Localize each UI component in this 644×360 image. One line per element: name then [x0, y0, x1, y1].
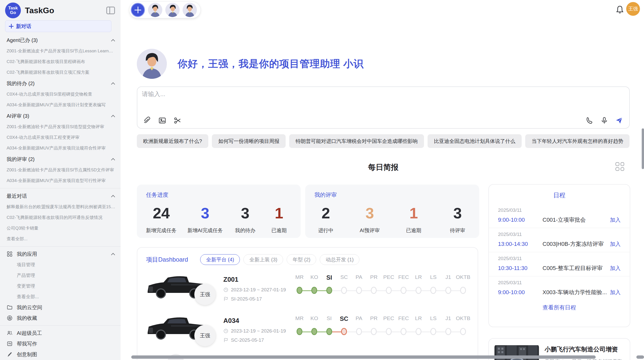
horizontal-scrollbar[interactable]: [131, 355, 596, 359]
card-title: 任务进度: [146, 191, 290, 199]
stat-label: 待评审: [446, 227, 469, 234]
user-avatar[interactable]: 王强: [626, 2, 640, 16]
phone-call-icon[interactable]: [586, 116, 594, 125]
notification-bell-icon[interactable]: [616, 5, 624, 14]
suggestion-chip[interactable]: 当下年轻人对汽车外观有怎样的喜好趋势: [525, 134, 630, 148]
sidebar-collapse-icon[interactable]: [106, 7, 115, 14]
scissors-icon[interactable]: [173, 116, 182, 125]
filter-chip[interactable]: 动总开发 (1): [320, 254, 359, 265]
task-item[interactable]: Z001-全新燃油皮卡产品开发项目SI节点Lesson Learn报告: [0, 46, 121, 56]
suggestion-chip[interactable]: 欧洲新规最近颁布了什么?: [137, 134, 208, 148]
suggestion-chip[interactable]: 比亚迪全固态电池计划具体说了什么: [428, 134, 522, 148]
task-item[interactable]: Z001-全新燃油轻卡产品开发项目SI节点属性5D文件评审: [0, 165, 121, 175]
add-agent-button[interactable]: [131, 3, 145, 17]
agent-avatar-2[interactable]: [165, 3, 180, 17]
chevron-up-icon[interactable]: [111, 195, 115, 199]
milestone-label: J1: [441, 274, 456, 281]
app-link-change-mgmt[interactable]: 变更管理: [0, 281, 121, 291]
recent-chat-item[interactable]: 公司Q3轻卡销量: [0, 223, 121, 234]
star-badge-icon: [7, 315, 13, 321]
folder-icon: [7, 304, 13, 310]
briefing-stats: 任务进度 24 新增完成任务 3 新增AI完成任务 3 我的待办 1 已逾期 我…: [137, 185, 479, 238]
filter-chip[interactable]: 年型 (2): [287, 254, 316, 265]
app-link-project-mgmt[interactable]: 项目管理: [0, 259, 121, 270]
image-icon[interactable]: [158, 116, 166, 125]
filter-chip[interactable]: 全新平台 (4): [200, 254, 240, 265]
event-time: 9:00-10:00: [498, 289, 543, 296]
project-row-z001[interactable]: 王强 Z001 2023-12-19 ~ 2027-01-19 SI-2025-…: [137, 267, 478, 309]
task-item[interactable]: C0X4-动力总成开发项目工程变更评审: [0, 132, 121, 143]
app-link-product-mgmt[interactable]: 产品管理: [0, 270, 121, 281]
join-button[interactable]: 加入: [610, 216, 621, 223]
task-item[interactable]: A034-全新新能源MUV产品开发项目计划变更表编写: [0, 100, 121, 110]
vertical-scrollbar[interactable]: [642, 128, 644, 169]
section-label: 最近对话: [7, 193, 27, 200]
agent-avatar-1[interactable]: [148, 3, 162, 17]
dashboard-title: 项目Dashboard: [146, 256, 188, 264]
join-button[interactable]: 加入: [610, 289, 621, 296]
view-all-apps-link[interactable]: 查看全部...: [0, 291, 121, 302]
sidebar-item-my-apps[interactable]: 我的应用: [0, 249, 121, 259]
view-all-schedule-link[interactable]: 查看所有日程: [489, 300, 630, 311]
schedule-title: 日程: [489, 185, 630, 199]
divider: [0, 188, 121, 188]
recent-chat-item[interactable]: C02-飞腾新能源轻客改款项目的闭环通告反馈情况: [0, 212, 121, 223]
sidebar-item-help-write[interactable]: 帮我写作: [0, 338, 121, 349]
section-my-todo[interactable]: 我的待办 (2): [0, 78, 121, 89]
chat-input[interactable]: [142, 90, 620, 113]
task-item[interactable]: C0X4-动力总成开发项目SI里程碑提交物检查: [0, 89, 121, 100]
sidebar-item-ai-employee[interactable]: AI超级员工: [0, 328, 121, 338]
view-all-chats-link[interactable]: 查看全部...: [0, 234, 121, 244]
stat-value: 3: [358, 204, 381, 222]
section-my-review[interactable]: 我的评审 (2): [0, 154, 121, 165]
milestone-timeline: MR KO SI SC PA PR PEC FEC LR LS J1 OKTB: [292, 272, 471, 305]
event-date: 2025/03/11: [498, 256, 621, 261]
chevron-up-icon[interactable]: [111, 158, 115, 162]
attachment-icon[interactable]: [143, 116, 151, 125]
filter-chip[interactable]: 全新上装 (3): [243, 254, 283, 265]
new-chat-button[interactable]: 新对话: [5, 20, 111, 32]
project-row-a034[interactable]: 王强 A034 2023-12-19 ~ 2026-01-19 SC-2025-…: [137, 309, 478, 350]
task-item[interactable]: Z001-全新燃油轻卡产品开发项目SI造型提交物评审: [0, 122, 121, 132]
section-agent-done[interactable]: Agent已办 (3): [0, 35, 121, 46]
chevron-up-icon[interactable]: [111, 115, 115, 119]
stat-label: 我的待办: [234, 227, 257, 234]
milestone-label-current: SC: [337, 315, 352, 322]
sidebar: Task Go TaskGo 新对话 Agent已办 (3) Z001-全新燃油…: [0, 0, 121, 360]
section-label: AI评审 (3): [7, 113, 29, 119]
chevron-up-icon[interactable]: [111, 253, 115, 257]
microphone-icon[interactable]: [600, 116, 608, 125]
suggestion-chip[interactable]: 特朗普可能对进口汽车增税会对中国车企造成哪些影响: [289, 134, 424, 148]
section-ai-review[interactable]: AI评审 (3): [0, 110, 121, 122]
task-item[interactable]: A034-全新新能源MUV产品开发项目法规符合性评审: [0, 143, 121, 154]
section-label: 我的评审 (2): [7, 156, 35, 163]
join-button[interactable]: 加入: [610, 265, 621, 272]
sidebar-item-favorites[interactable]: 我的收藏: [0, 313, 121, 323]
agent-avatar-3[interactable]: [183, 3, 197, 17]
sidebar-item-cloud-space[interactable]: 我的云空间: [0, 302, 121, 313]
suggestion-chip[interactable]: 如何写一份清晰的项目周报: [212, 134, 286, 148]
help-write-label: 帮我写作: [17, 340, 37, 347]
join-button[interactable]: 加入: [610, 241, 621, 248]
sidebar-item-creative-draw[interactable]: 创意制图: [0, 349, 121, 360]
clock-icon: [223, 328, 228, 334]
recent-chat-item[interactable]: 解释最新出台的欧盟报废车法规再生塑料比例被调至15%...: [0, 202, 121, 212]
task-item[interactable]: C02-飞腾新能源轻客改款项目立项汇报方案: [0, 67, 121, 78]
layout-grid-icon[interactable]: [616, 162, 624, 171]
task-item[interactable]: A034-全新新能源MUV产品开发项目造型可行性评审: [0, 175, 121, 186]
schedule-event: 2025/03/11 9:00-10:00 C001-立项审批会 加入: [489, 204, 630, 228]
chevron-up-icon[interactable]: [111, 39, 115, 43]
stat-label: 新增完成任务: [146, 227, 177, 234]
horizontal-scrollbar-end[interactable]: [636, 355, 644, 359]
task-item[interactable]: C02-飞腾新能源轻客改款项目里程碑画布: [0, 56, 121, 67]
schedule-event: 2025/03/11 9:00-10:00 X003-车辆动力学性能验... 加…: [489, 276, 630, 300]
milestone-label: PR: [367, 274, 382, 281]
project-flag-text: SC-2025-05-17: [231, 337, 264, 343]
milestone-label: PA: [352, 274, 367, 281]
send-icon[interactable]: [615, 116, 623, 125]
schedule-event: 2025/03/11 13:00-14:30 C003|H0B-方案冻结评审 加…: [489, 228, 630, 252]
milestone-label: KO: [307, 274, 322, 281]
chevron-up-icon[interactable]: [111, 82, 115, 86]
flag-icon: [223, 296, 228, 302]
section-recent-chats[interactable]: 最近对话: [0, 190, 121, 202]
